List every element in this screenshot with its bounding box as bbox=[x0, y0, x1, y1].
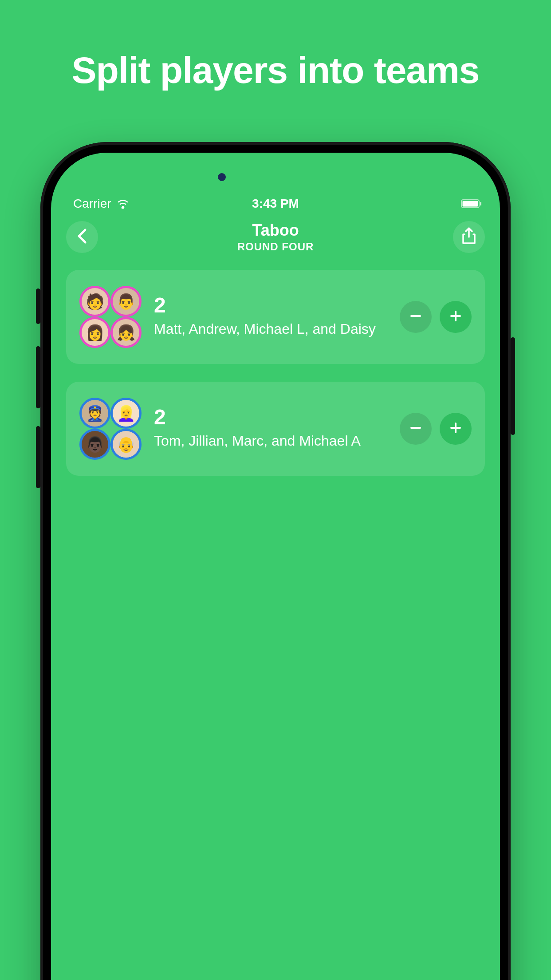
nav-title-group: Taboo ROUND FOUR bbox=[237, 221, 314, 253]
navbar: Taboo ROUND FOUR bbox=[51, 215, 500, 262]
decrement-button[interactable] bbox=[400, 413, 432, 445]
team-card[interactable]: 👮 👱‍♀️ 👨🏿 👴 2 Tom, Jillian, Marc, and Mi… bbox=[66, 382, 485, 476]
phone-volume-up bbox=[36, 346, 40, 408]
svg-rect-2 bbox=[463, 201, 478, 207]
phone-silence-switch bbox=[36, 288, 40, 324]
avatar: 👧 bbox=[110, 317, 142, 348]
minus-icon bbox=[409, 421, 422, 436]
increment-button[interactable] bbox=[440, 413, 472, 445]
chevron-left-icon bbox=[76, 228, 88, 246]
avatar: 👴 bbox=[110, 429, 142, 460]
phone-screen: Carrier 3:43 PM Taboo ROUND FOUR bbox=[51, 153, 500, 980]
team-members: Matt, Andrew, Michael L, and Daisy bbox=[154, 320, 387, 339]
team-members: Tom, Jillian, Marc, and Michael A bbox=[154, 431, 387, 450]
team-score: 2 bbox=[154, 407, 387, 428]
phone-volume-down bbox=[36, 426, 40, 488]
phone-frame: Carrier 3:43 PM Taboo ROUND FOUR bbox=[40, 142, 511, 980]
team-avatars: 👮 👱‍♀️ 👨🏿 👴 bbox=[79, 398, 142, 460]
avatar: 👱‍♀️ bbox=[110, 398, 142, 429]
team-score: 2 bbox=[154, 295, 387, 316]
team-card[interactable]: 🧑 👨 👩 👧 2 Matt, Andrew, Michael L, and D… bbox=[66, 270, 485, 364]
promo-headline: Split players into teams bbox=[0, 0, 551, 92]
avatar: 👩 bbox=[79, 317, 110, 348]
share-button[interactable] bbox=[453, 221, 485, 253]
status-bar: Carrier 3:43 PM bbox=[51, 193, 500, 215]
teams-list: 🧑 👨 👩 👧 2 Matt, Andrew, Michael L, and D… bbox=[51, 262, 500, 476]
share-icon bbox=[461, 227, 476, 247]
avatar: 👨 bbox=[110, 286, 142, 317]
svg-rect-3 bbox=[480, 202, 481, 205]
wifi-icon bbox=[117, 199, 129, 209]
carrier-label: Carrier bbox=[73, 197, 111, 211]
status-right bbox=[461, 199, 482, 209]
phone-power-button bbox=[511, 337, 515, 435]
battery-icon bbox=[461, 199, 482, 209]
avatar: 👨🏿 bbox=[79, 429, 110, 460]
team-avatars: 🧑 👨 👩 👧 bbox=[79, 286, 142, 348]
score-controls bbox=[400, 413, 472, 445]
score-controls bbox=[400, 301, 472, 333]
team-info: 2 Matt, Andrew, Michael L, and Daisy bbox=[154, 295, 387, 339]
nav-subtitle: ROUND FOUR bbox=[237, 241, 314, 253]
avatar: 👮 bbox=[79, 398, 110, 429]
team-info: 2 Tom, Jillian, Marc, and Michael A bbox=[154, 407, 387, 450]
decrement-button[interactable] bbox=[400, 301, 432, 333]
avatar: 🧑 bbox=[79, 286, 110, 317]
minus-icon bbox=[409, 309, 422, 324]
status-time: 3:43 PM bbox=[252, 197, 299, 211]
back-button[interactable] bbox=[66, 221, 98, 253]
plus-icon bbox=[449, 309, 462, 324]
status-left: Carrier bbox=[73, 197, 129, 211]
nav-title: Taboo bbox=[237, 221, 314, 240]
increment-button[interactable] bbox=[440, 301, 472, 333]
svg-point-0 bbox=[122, 206, 123, 208]
plus-icon bbox=[449, 421, 462, 436]
